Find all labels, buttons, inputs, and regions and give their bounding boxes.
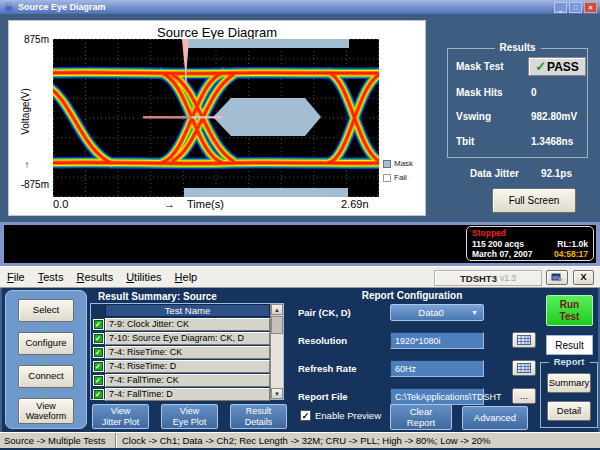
full-screen-button[interactable]: Full Screen — [492, 188, 576, 213]
menu-results[interactable]: Results — [76, 271, 113, 283]
test-name[interactable]: 7-9: Clock Jitter: CK — [105, 318, 270, 331]
close-icon[interactable]: × — [584, 2, 597, 13]
browse-button[interactable]: ... — [512, 388, 536, 404]
refresh-keypad-button[interactable] — [512, 360, 536, 376]
maximize-icon[interactable]: □ — [569, 2, 582, 13]
detail-button[interactable]: Detail — [547, 401, 591, 421]
report-file-input[interactable]: C:\TekApplications\TDSHT — [390, 388, 484, 405]
result-button[interactable]: Result — [546, 335, 593, 355]
advanced-button[interactable]: Advanced — [462, 406, 528, 430]
pass-check-icon: ✓ — [94, 376, 103, 385]
workflow-arrow-icon: ↓ — [43, 322, 49, 332]
view-jitter-plot-button[interactable]: View Jitter Plot — [92, 404, 149, 429]
menu-file[interactable]: File — [7, 271, 25, 283]
table-row[interactable]: ✓ 7-9: Clock Jitter: CK — [91, 318, 270, 331]
status-bar: Source -> Multiple Tests Clock -> Ch1; D… — [0, 432, 600, 448]
plot-legend: Mask Fail — [383, 159, 413, 187]
enable-preview-checkbox[interactable]: ✓ — [300, 410, 311, 421]
acquisition-info-box: Stopped 115 200 acqs RL:1.0k March 07, 2… — [466, 226, 594, 261]
acquisition-status: Stopped — [472, 228, 506, 238]
view-eye-plot-button[interactable]: View Eye Plot — [161, 404, 218, 429]
results-groupbox: Results Mask Test ✓ PASS Mask Hits 0 Vsw… — [447, 48, 588, 158]
plot-title: Source Eye Diagram — [9, 25, 425, 40]
run-test-button[interactable]: Run Test — [546, 295, 593, 326]
legend-fail-label: Fail — [394, 173, 407, 182]
minimize-icon[interactable]: _ — [554, 2, 567, 13]
window-titlebar[interactable]: Source Eye Diagram _ □ × — [0, 0, 600, 14]
configure-button[interactable]: Configure — [18, 332, 74, 355]
eye-diagram-plot[interactable] — [53, 39, 379, 197]
list-scrollbar[interactable]: ▲ ▼ — [270, 304, 283, 399]
result-details-button[interactable]: Result Details — [230, 404, 287, 429]
fail-swatch-icon — [383, 174, 391, 182]
acquisition-time: 04:58:17 — [554, 249, 588, 259]
vswing-row: Vswing 982.80mV — [456, 111, 584, 122]
hide-app-button[interactable] — [546, 270, 568, 285]
pass-check-icon: ✓ — [94, 334, 103, 343]
results-groupbox-title: Results — [494, 42, 540, 53]
scroll-track — [271, 334, 283, 388]
x-axis-max-label: 2.69n — [341, 198, 369, 210]
acquisition-strip: Stopped 115 200 acqs RL:1.0k March 07, 2… — [4, 225, 596, 263]
acquisition-count: 115 200 acqs — [472, 239, 524, 249]
pass-check-icon: ✓ — [535, 59, 546, 74]
window-controls: _ □ × — [554, 2, 597, 13]
results-panel: Results Mask Test ✓ PASS Mask Hits 0 Vsw… — [427, 14, 600, 222]
status-source: Source -> Multiple Tests — [0, 433, 116, 448]
pair-label: Pair (CK, D) — [298, 307, 351, 318]
scroll-up-icon[interactable]: ▲ — [271, 304, 283, 315]
table-row[interactable]: ✓ 7-10: Source Eye Diagram: CK, D — [91, 332, 270, 345]
report-groupbox: Report Summary Detail — [540, 362, 598, 428]
test-name[interactable]: 7-10: Source Eye Diagram: CK, D — [105, 332, 270, 345]
y-axis-title: Voltage(V) — [20, 72, 31, 152]
hide-app-icon — [551, 273, 563, 282]
test-name[interactable]: 7-4: RiseTime: CK — [105, 346, 270, 359]
test-name[interactable]: 7-4: FallTime: CK — [105, 374, 270, 387]
exit-app-button[interactable]: X — [573, 270, 594, 285]
table-row[interactable]: ✓ 7-4: FallTime: CK — [91, 374, 270, 387]
mask-hits-row: Mask Hits 0 — [456, 87, 584, 98]
tbit-row: Tbit 1.3468ns — [456, 136, 584, 147]
refresh-rate-input[interactable]: 60Hz — [390, 360, 484, 377]
resolution-input[interactable]: 1920*1080i — [390, 332, 484, 349]
main-control-panel: Select ↓ Configure ↓ Connect ↓ View Wave… — [0, 288, 600, 432]
table-row[interactable]: ✓ 7-4: FallTime: D — [91, 388, 270, 401]
workflow-arrow-icon: ↓ — [43, 388, 49, 398]
resolution-label: Resolution — [298, 335, 347, 346]
workflow-arrow-icon: ↓ — [43, 355, 49, 365]
menu-bar: File Tests Results Utilities Help TDSHT3… — [0, 266, 600, 288]
pair-dropdown[interactable]: Data0 ▼ — [390, 304, 484, 321]
summary-button[interactable]: Summary — [547, 373, 591, 393]
enable-preview-label: Enable Preview — [315, 410, 381, 421]
clear-report-button[interactable]: Clear Report — [390, 404, 452, 430]
mask-hits-label: Mask Hits — [456, 87, 503, 98]
test-name[interactable]: 7-4: RiseTime: D — [105, 360, 270, 373]
report-groupbox-title: Report — [549, 356, 590, 367]
window-title: Source Eye Diagram — [18, 2, 106, 12]
scroll-down-icon[interactable]: ▼ — [271, 388, 283, 399]
menu-utilities[interactable]: Utilities — [126, 271, 161, 283]
menu-help[interactable]: Help — [175, 271, 198, 283]
connect-button[interactable]: Connect — [18, 365, 74, 388]
resolution-keypad-button[interactable] — [512, 332, 536, 348]
x-axis-min-label: 0.0 — [53, 198, 68, 210]
test-name[interactable]: 7-4: FallTime: D — [105, 388, 270, 401]
pass-value: PASS — [547, 60, 579, 74]
test-name-column-header: Test Name — [105, 304, 270, 317]
y-axis-min-label: -875m — [9, 179, 49, 190]
table-row[interactable]: ✓ 7-4: RiseTime: D — [91, 360, 270, 373]
table-row[interactable]: ✓ 7-4: RiseTime: CK — [91, 346, 270, 359]
result-summary-list: Test Name ✓ 7-9: Clock Jitter: CK ✓ 7-10… — [90, 303, 284, 400]
select-button[interactable]: Select — [18, 299, 74, 322]
view-waveform-button[interactable]: View Waveform — [18, 398, 74, 424]
tbit-value: 1.3468ns — [531, 136, 573, 147]
mask-test-label: Mask Test — [456, 61, 504, 72]
menu-tests[interactable]: Tests — [38, 271, 64, 283]
x-axis-arrow-icon: → — [164, 198, 175, 210]
keypad-icon — [517, 335, 531, 345]
mask-hits-value: 0 — [531, 87, 537, 98]
scroll-thumb[interactable] — [271, 316, 283, 334]
pass-badge: ✓ PASS — [528, 57, 586, 76]
keypad-icon — [517, 363, 531, 373]
pair-value: Data0 — [391, 307, 471, 318]
